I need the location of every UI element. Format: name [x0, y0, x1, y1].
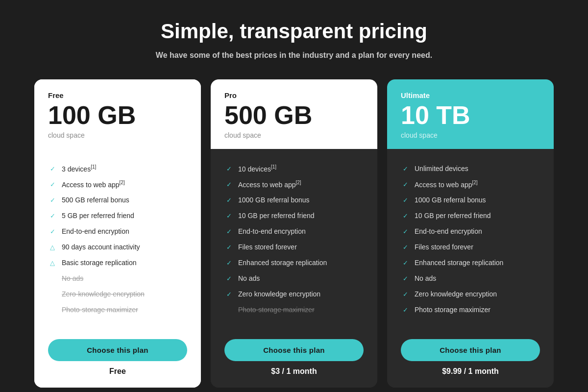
feature-item: ✓ Access to web app[2]: [224, 176, 364, 192]
feature-text: Access to web app[2]: [238, 180, 301, 189]
feature-text: Enhanced storage replication: [238, 259, 327, 267]
check-icon: ✓: [401, 211, 410, 220]
plan-footer-ultimate: Choose this plan $9.99 / 1 month: [387, 329, 554, 388]
plan-header-pro: Pro 500 GB cloud space: [211, 79, 377, 149]
feature-text: Files stored forever: [238, 243, 297, 251]
feature-item: ✓ Zero knowledge encryption: [401, 286, 540, 302]
feature-text: 10 GB per referred friend: [238, 212, 315, 220]
check-icon: ✓: [401, 180, 410, 189]
feature-text: Enhanced storage replication: [415, 259, 503, 267]
plan-tier-pro: Pro: [224, 91, 364, 99]
check-icon: ✓: [224, 243, 233, 251]
feature-text: No ads: [62, 274, 83, 282]
check-icon: ✓: [224, 196, 233, 204]
warn-icon: △: [48, 258, 57, 267]
feature-item: Zero-knowledge encryption: [48, 286, 187, 302]
check-icon: ✓: [224, 180, 233, 189]
page-title: Simple, transparent pricing: [156, 20, 432, 43]
check-icon: ✓: [401, 227, 410, 236]
feature-text: End-to-end encryption: [62, 227, 129, 235]
no-icon: [48, 274, 57, 283]
feature-item: ✓ 1000 GB referral bonus: [401, 192, 540, 208]
feature-text: 10 GB per referred friend: [415, 212, 491, 220]
feature-text: 500 GB referral bonus: [62, 196, 129, 204]
check-icon: ✓: [224, 211, 233, 220]
plan-features-free: ✓ 3 devices[1] ✓ Access to web app[2] ✓ …: [34, 149, 201, 329]
plan-space-label-free: cloud space: [48, 131, 187, 139]
choose-plan-button-ultimate[interactable]: Choose this plan: [401, 339, 540, 361]
feature-text: 5 GB per referred friend: [62, 212, 134, 220]
feature-text: Photo-storage maximizer: [238, 306, 315, 314]
feature-item: Photo-storage maximizer: [224, 302, 364, 318]
plan-price-free: Free: [109, 367, 126, 376]
feature-item: ✓ Unlimited devices: [401, 161, 540, 176]
plan-features-pro: ✓ 10 devices[1] ✓ Access to web app[2] ✓…: [211, 149, 377, 329]
plan-footer-pro: Choose this plan $3 / 1 month: [211, 329, 377, 388]
feature-text: Zero knowledge encryption: [415, 290, 497, 298]
plan-space-label-ultimate: cloud space: [401, 131, 540, 139]
check-icon: ✓: [401, 164, 410, 173]
choose-plan-button-free[interactable]: Choose this plan: [48, 339, 187, 361]
plan-tier-free: Free: [48, 91, 187, 99]
plan-storage-free: 100 GB: [48, 101, 187, 129]
feature-item: ✓ Enhanced storage replication: [401, 255, 540, 270]
feature-item: ✓ End-to-end encryption: [401, 223, 540, 239]
check-icon: ✓: [48, 164, 57, 173]
feature-item: ✓ Access to web app[2]: [401, 176, 540, 192]
feature-item: ✓ 5 GB per referred friend: [48, 208, 187, 223]
plan-card-pro: Pro 500 GB cloud space ✓ 10 devices[1] ✓…: [211, 79, 377, 388]
check-icon: ✓: [48, 211, 57, 220]
feature-text: End-to-end encryption: [415, 227, 482, 235]
feature-text: Files stored forever: [415, 243, 473, 251]
feature-item: ✓ End-to-end encryption: [48, 223, 187, 239]
check-icon: ✓: [48, 227, 57, 236]
choose-plan-button-pro[interactable]: Choose this plan: [224, 339, 364, 361]
feature-item: ✓ Files stored forever: [224, 239, 364, 255]
feature-item: ✓ 10 GB per referred friend: [224, 208, 364, 223]
check-icon: ✓: [401, 305, 410, 314]
feature-text: End-to-end encryption: [238, 227, 306, 235]
plan-features-ultimate: ✓ Unlimited devices ✓ Access to web app[…: [387, 149, 554, 329]
feature-text: 90 days account inactivity: [62, 243, 140, 251]
page-header: Simple, transparent pricing We have some…: [156, 20, 432, 60]
no-icon: [48, 290, 57, 298]
feature-item: ✓ Photo storage maximizer: [401, 302, 540, 318]
plan-price-ultimate: $9.99 / 1 month: [442, 367, 499, 376]
plan-footer-free: Choose this plan Free: [34, 329, 201, 388]
feature-text: Access to web app[2]: [415, 180, 478, 189]
feature-text: Zero-knowledge encryption: [62, 290, 145, 298]
check-icon: ✓: [224, 227, 233, 236]
plan-tier-ultimate: Ultimate: [401, 91, 540, 99]
check-icon: ✓: [224, 258, 233, 267]
feature-item: △ Basic storage replication: [48, 255, 187, 270]
plan-card-free: Free 100 GB cloud space ✓ 3 devices[1] ✓…: [34, 79, 201, 388]
feature-text: Photo storage maximizer: [415, 306, 490, 314]
plan-storage-ultimate: 10 TB: [401, 101, 540, 129]
check-icon: ✓: [224, 164, 233, 173]
feature-item: ✓ End-to-end encryption: [224, 223, 364, 239]
feature-item: ✓ 3 devices[1]: [48, 161, 187, 176]
feature-item: ✓ Enhanced storage replication: [224, 255, 364, 270]
feature-item: ✓ 10 devices[1]: [224, 161, 364, 176]
feature-item: ✓ No ads: [224, 270, 364, 286]
feature-item: ✓ 1000 GB referral bonus: [224, 192, 364, 208]
feature-text: 10 devices[1]: [238, 164, 276, 173]
feature-text: Access to web app[2]: [62, 180, 125, 189]
feature-item: △ 90 days account inactivity: [48, 239, 187, 255]
check-icon: ✓: [401, 243, 410, 251]
plans-container: Free 100 GB cloud space ✓ 3 devices[1] ✓…: [24, 79, 564, 388]
no-icon: [48, 305, 57, 314]
feature-item: ✓ Zero knowledge encryption: [224, 286, 364, 302]
feature-text: Unlimited devices: [415, 165, 468, 172]
feature-text: No ads: [415, 274, 436, 282]
feature-item: ✓ 500 GB referral bonus: [48, 192, 187, 208]
page-subtitle: We have some of the best prices in the i…: [156, 51, 432, 60]
feature-text: Zero knowledge encryption: [238, 290, 320, 298]
check-icon: ✓: [401, 274, 410, 283]
check-icon: ✓: [401, 258, 410, 267]
plan-storage-pro: 500 GB: [224, 101, 364, 129]
feature-item: Photo-storage maximizer: [48, 302, 187, 318]
plan-header-free: Free 100 GB cloud space: [34, 79, 201, 149]
feature-text: 1000 GB referral bonus: [238, 196, 310, 204]
feature-text: Basic storage replication: [62, 259, 137, 267]
